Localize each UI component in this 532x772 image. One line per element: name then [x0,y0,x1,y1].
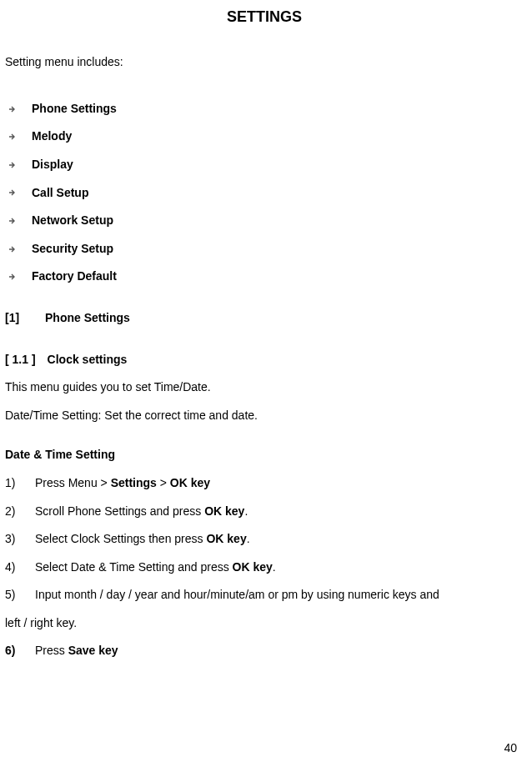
step-text: . [273,560,276,574]
intro-text: Setting menu includes: [5,54,524,71]
step-text: Scroll Phone Settings and press [35,504,204,518]
menu-item-label: Phone Settings [32,101,117,118]
subsection-label: Clock settings [48,353,128,366]
step-3: 3)Select Clock Settings then press OK ke… [5,531,524,548]
sub-title: Date & Time Setting [5,447,524,464]
arrow-right-icon [8,245,17,253]
step-number: 2) [5,504,35,520]
step-number: 5) [5,587,35,604]
step-5-cont: left / right key. [5,615,524,632]
step-bold: OK key [170,476,210,489]
paragraph: Date/Time Setting: Set the correct time … [5,408,524,424]
menu-item-label: Factory Default [32,268,117,285]
step-text: Select Clock Settings then press [35,532,206,545]
menu-item-call-setup: Call Setup [8,185,524,202]
step-text: > [157,476,170,489]
menu-item-phone-settings: Phone Settings [8,101,524,118]
step-2: 2)Scroll Phone Settings and press OK key… [5,504,524,520]
arrow-right-icon [8,217,17,225]
step-text: Press [35,644,68,657]
page-title: SETTINGS [5,7,524,28]
step-bold: Save key [68,644,118,657]
section-heading: [1]Phone Settings [5,310,524,327]
step-5: 5)Input month / day / year and hour/minu… [5,587,524,604]
arrow-right-icon [8,105,17,113]
step-text: Press Menu > [35,476,111,489]
menu-item-security-setup: Security Setup [8,241,524,258]
section-number: [1] [5,310,45,327]
menu-item-label: Network Setup [32,213,113,229]
menu-item-label: Display [32,157,73,173]
step-number: 6) [5,643,35,659]
step-text: . [247,532,250,545]
page-number: 40 [504,740,517,757]
menu-item-melody: Melody [8,128,524,145]
paragraph: This menu guides you to set Time/Date. [5,379,524,396]
menu-item-label: Melody [32,128,72,145]
arrow-right-icon [8,273,17,281]
menu-item-label: Call Setup [32,185,88,202]
step-bold: OK key [206,532,246,545]
subsection-heading: [ 1.1 ]Clock settings [5,352,524,368]
step-text: Select Date & Time Setting and press [35,560,233,574]
subsection-number: [ 1.1 ] [5,352,36,368]
arrow-right-icon [8,161,17,169]
step-text: . [244,504,248,518]
step-number: 4) [5,559,35,576]
section-label: Phone Settings [45,311,130,324]
step-4: 4)Select Date & Time Setting and press O… [5,559,524,576]
step-bold: Settings [111,476,157,489]
arrow-right-icon [8,188,17,197]
menu-item-network-setup: Network Setup [8,213,524,229]
menu-list: Phone Settings Melody Display Call Setup… [8,101,524,285]
step-bold: OK key [233,560,273,574]
step-number: 1) [5,475,35,492]
step-number: 3) [5,531,35,548]
step-text: Input month / day / year and hour/minute… [35,588,439,601]
step-1: 1)Press Menu > Settings > OK key [5,475,524,492]
menu-item-label: Security Setup [32,241,113,258]
menu-item-display: Display [8,157,524,173]
step-bold: OK key [204,504,244,518]
step-6: 6)Press Save key [5,643,524,659]
menu-item-factory-default: Factory Default [8,268,524,285]
arrow-right-icon [8,133,17,141]
